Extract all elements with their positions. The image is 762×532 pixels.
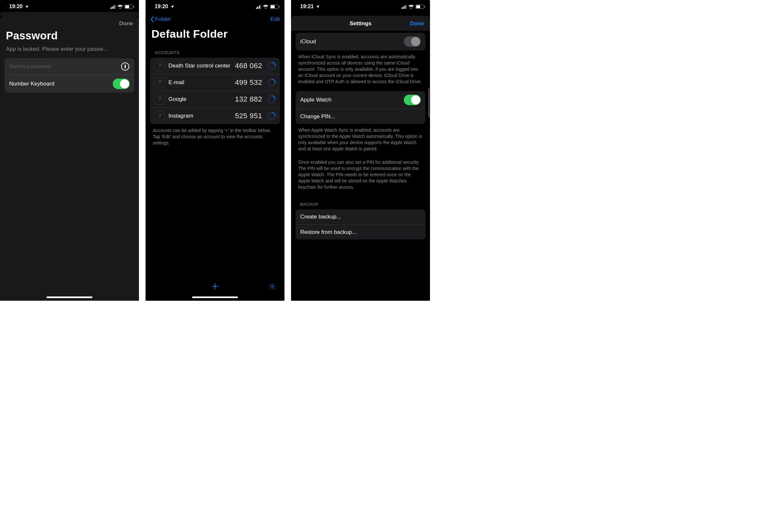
done-button[interactable]: Done: [119, 20, 133, 27]
status-bar: 19:20: [145, 0, 284, 12]
change-pin-label: Change PIN...: [300, 113, 335, 120]
account-placeholder-icon: ?: [154, 60, 165, 71]
settings-title: Settings: [313, 20, 408, 27]
icloud-row: iCloud: [296, 33, 425, 50]
watch-group: Apple Watch Change PIN...: [296, 91, 425, 124]
restore-backup-row[interactable]: Restore from backup...: [296, 225, 425, 239]
change-pin-row[interactable]: Change PIN...: [296, 109, 425, 124]
settings-nav: Settings Done: [291, 16, 430, 31]
settings-button[interactable]: [269, 283, 276, 290]
account-row[interactable]: ? Instagram 525 951: [150, 107, 280, 124]
cellular-icon: [256, 5, 262, 9]
page-title: Default Folder: [145, 27, 284, 42]
create-backup-label: Create backup...: [300, 214, 341, 220]
status-bar: 19:21: [291, 0, 430, 12]
back-button[interactable]: Folder: [150, 16, 171, 23]
account-code: 525 951: [235, 112, 262, 120]
account-code: 468 062: [235, 62, 262, 70]
edit-button[interactable]: Edit: [270, 16, 280, 23]
status-time: 19:21: [300, 4, 314, 10]
number-keyboard-row: Number Keyboard: [9, 75, 134, 93]
create-backup-row[interactable]: Create backup...: [296, 209, 425, 225]
svg-rect-1: [124, 65, 125, 68]
apple-watch-toggle[interactable]: [404, 95, 421, 105]
accounts-list: ? Death Star control center 468 062 ? E-…: [150, 58, 280, 124]
toolbar: [145, 278, 284, 295]
status-bar: 19:20: [0, 0, 139, 12]
nav-bar: Folder Edit: [145, 12, 284, 27]
backup-header: Backup: [291, 193, 430, 209]
page-title: Password: [0, 29, 139, 44]
password-input[interactable]: Secret password: [9, 63, 120, 70]
wifi-icon: [408, 5, 414, 9]
add-button[interactable]: [211, 282, 219, 290]
countdown-ring-icon: [267, 62, 276, 70]
icloud-group: iCloud: [296, 33, 425, 50]
location-icon: [316, 5, 320, 9]
location-icon: [25, 5, 29, 9]
wifi-icon: [263, 5, 268, 9]
restore-backup-label: Restore from backup...: [300, 229, 356, 235]
countdown-ring-icon: [267, 78, 276, 87]
scroll-indicator[interactable]: [428, 88, 429, 117]
cellular-icon: [402, 5, 407, 9]
account-code: 132 882: [235, 95, 262, 103]
backup-group: Create backup... Restore from backup...: [296, 209, 425, 239]
number-keyboard-label: Number Keyboard: [9, 81, 113, 87]
account-name: Death Star control center: [169, 63, 232, 69]
number-keyboard-toggle[interactable]: [113, 79, 130, 89]
apple-watch-row: Apple Watch: [296, 91, 425, 109]
cellular-icon: [111, 5, 116, 9]
home-indicator[interactable]: [192, 297, 238, 298]
accounts-header: Accounts: [145, 42, 284, 58]
account-name: Instagram: [169, 113, 232, 119]
lock-subtitle: App is locked. Please enter your passw..…: [0, 44, 139, 58]
icloud-label: iCloud: [300, 38, 404, 45]
status-time: 19:20: [155, 4, 168, 10]
home-indicator[interactable]: [46, 297, 92, 298]
watch-footer-1: When Apple Watch Sync is enabled, accoun…: [291, 124, 430, 155]
account-row[interactable]: ? Google 132 882: [150, 91, 280, 107]
watch-footer-2: Once enabled you can also set a PIN for …: [291, 155, 430, 193]
password-manager-icon[interactable]: [120, 62, 130, 71]
account-code: 499 532: [235, 78, 262, 87]
password-form: Secret password Number Keyboard: [5, 58, 134, 93]
svg-point-6: [271, 285, 273, 287]
back-label: Folder: [155, 16, 171, 23]
icloud-footer: When iCloud Sync is enabled, accounts ar…: [291, 50, 430, 87]
icloud-toggle[interactable]: [404, 36, 421, 47]
account-row[interactable]: ? Death Star control center 468 062: [150, 58, 280, 74]
countdown-ring-icon: [267, 112, 276, 120]
location-icon: [170, 5, 174, 9]
done-button[interactable]: Done: [408, 20, 424, 27]
account-placeholder-icon: ?: [154, 77, 165, 88]
screen-folder: 19:20 Folder Edit Default Folder Account…: [145, 0, 284, 301]
account-name: E-mail: [169, 79, 232, 86]
battery-icon: [270, 5, 278, 9]
accounts-footer: Accounts can be added by tapping '+' in …: [145, 124, 284, 149]
sheet-nav: Done: [0, 16, 139, 29]
battery-icon: [416, 5, 424, 9]
screen-password: 19:20 Done Password App is locked. Pleas…: [0, 0, 139, 301]
account-placeholder-icon: ?: [154, 94, 165, 105]
screen-settings: 19:21 Settings Done iCloud: [291, 0, 430, 301]
battery-icon: [124, 5, 133, 9]
status-time: 19:20: [9, 4, 23, 10]
password-input-row[interactable]: Secret password: [5, 58, 134, 75]
account-row[interactable]: ? E-mail 499 532: [150, 74, 280, 91]
apple-watch-label: Apple Watch: [300, 97, 404, 103]
countdown-ring-icon: [267, 95, 276, 103]
account-name: Google: [169, 96, 232, 102]
account-placeholder-icon: ?: [154, 110, 165, 121]
wifi-icon: [117, 5, 123, 9]
